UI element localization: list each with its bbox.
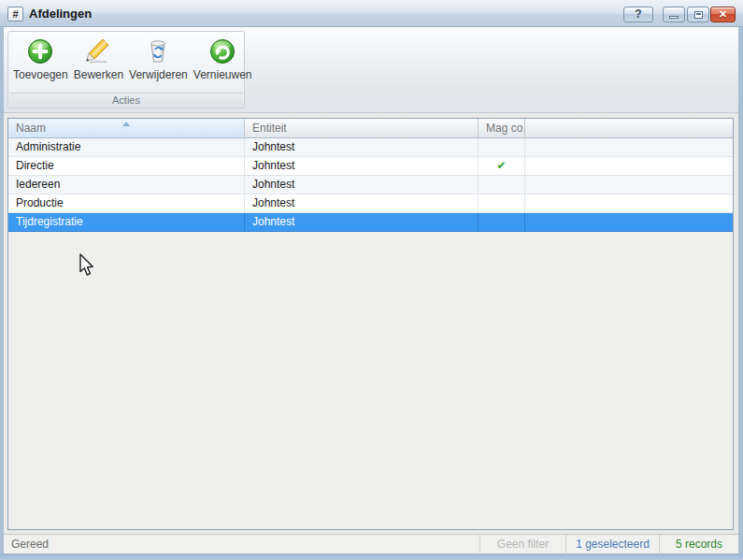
cell-entiteit: Johntest (245, 194, 479, 213)
selection-count: 1 geselecteerd (565, 535, 659, 554)
bewerken-button[interactable]: Bewerken (71, 34, 126, 93)
cell-empty (525, 213, 733, 232)
column-header-empty[interactable] (525, 119, 733, 138)
cell-empty (525, 176, 733, 194)
cell-naam: Directie (8, 157, 245, 176)
titlebar: # Afdelingen ? ✕ (0, 0, 743, 27)
cell-empty (525, 157, 733, 176)
bewerken-label: Bewerken (74, 68, 123, 81)
help-button[interactable]: ? (623, 7, 653, 22)
cell-naam: Tijdregistratie (8, 213, 245, 232)
column-header-mag-co[interactable]: Mag co... (479, 119, 525, 138)
cell-mag-co (479, 194, 525, 213)
table-row[interactable]: Iedereen Johntest (8, 176, 733, 194)
table-row[interactable]: Directie Johntest ✔ (8, 157, 733, 176)
cell-mag-co (479, 138, 525, 157)
toevoegen-button[interactable]: Toevoegen (10, 34, 71, 93)
ribbon: Toevoegen Bewerken (4, 27, 738, 113)
cell-naam: Administratie (8, 138, 245, 157)
table-row[interactable]: Administratie Johntest (8, 138, 733, 157)
verwijderen-button[interactable]: Verwijderen (126, 34, 191, 93)
minimize-icon (669, 16, 679, 19)
filter-status: Geen filter (479, 535, 565, 554)
table-row-selected[interactable]: Tijdregistratie Johntest (8, 213, 733, 232)
checkmark-icon: ✔ (479, 157, 525, 176)
status-text: Gereed (4, 538, 479, 551)
trash-recycle-icon (144, 37, 172, 65)
restore-icon (694, 11, 703, 19)
acties-group-label: Acties (9, 93, 243, 107)
record-count: 5 records (659, 535, 738, 554)
restore-button[interactable] (687, 7, 709, 22)
grid-header: Naam Entiteit Mag co... (8, 119, 733, 138)
cell-empty (525, 138, 733, 157)
cell-entiteit: Johntest (245, 138, 479, 157)
table-row[interactable]: Productie Johntest (8, 194, 733, 213)
edit-pencil-icon (84, 37, 112, 65)
vernieuwen-label: Vernieuwen (193, 68, 252, 81)
window-title: Afdelingen (29, 7, 92, 21)
close-button[interactable]: ✕ (710, 7, 736, 22)
minimize-button[interactable] (663, 7, 685, 22)
cell-entiteit: Johntest (245, 157, 479, 176)
cell-mag-co (479, 176, 525, 194)
departments-grid: Naam Entiteit Mag co... Administratie Jo… (7, 118, 734, 530)
add-icon (26, 37, 54, 65)
statusbar: Gereed Geen filter 1 geselecteerd 5 reco… (4, 534, 738, 553)
vernieuwen-button[interactable]: Vernieuwen (191, 34, 255, 93)
sort-asc-icon (122, 122, 130, 126)
column-header-naam-label: Naam (16, 122, 46, 135)
cell-naam: Productie (8, 194, 245, 213)
acties-group: Toevoegen Bewerken (7, 31, 245, 108)
window-border-bottom (0, 553, 743, 560)
refresh-icon (208, 37, 236, 65)
column-header-entiteit[interactable]: Entiteit (245, 119, 479, 138)
verwijderen-label: Verwijderen (129, 68, 188, 81)
cell-entiteit: Johntest (245, 213, 479, 232)
toevoegen-label: Toevoegen (13, 68, 68, 81)
window-hash-icon[interactable]: # (7, 7, 23, 22)
afdelingen-window: # Afdelingen ? ✕ (0, 0, 743, 560)
cell-entiteit: Johntest (245, 176, 479, 194)
column-header-naam[interactable]: Naam (8, 119, 245, 138)
window-border-right (738, 27, 743, 560)
cell-mag-co (479, 213, 525, 232)
cell-empty (525, 194, 733, 213)
cell-naam: Iedereen (8, 176, 245, 194)
